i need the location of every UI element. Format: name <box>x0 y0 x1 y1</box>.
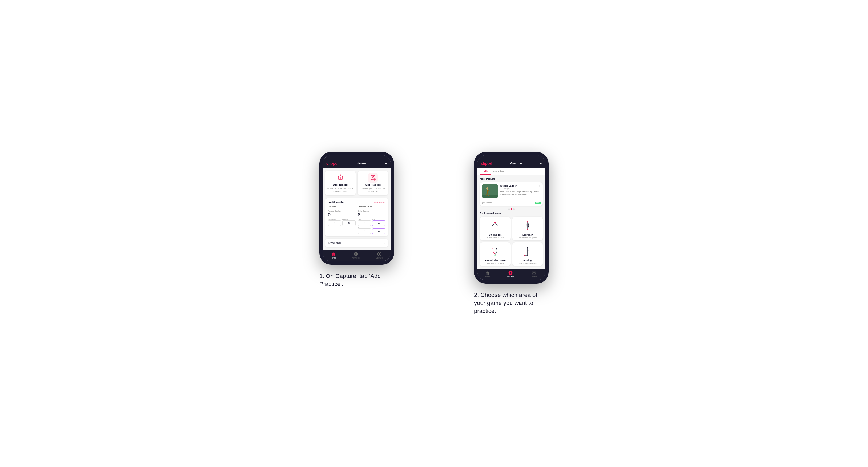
stats-section: Last 3 Months View Activity Rounds Round… <box>325 198 388 237</box>
nav-capture-1[interactable]: Capture <box>376 252 382 259</box>
tabs-bar: Drills Favourites <box>477 168 546 175</box>
svg-point-32 <box>492 248 493 249</box>
drills-sub-stats: OTT 0 APP 4 <box>358 219 385 226</box>
app-badge: APP <box>535 201 540 204</box>
practice-drills-title: Practice Drills <box>358 206 385 209</box>
phone-screen-2: clippd Practice ≡ Drills Favourites Most… <box>477 155 546 280</box>
drill-name: Wedge Ladder <box>500 184 517 187</box>
add-practice-icon <box>369 174 377 182</box>
putt-stat: PUTT 4 <box>372 227 385 234</box>
add-round-icon <box>336 174 345 182</box>
view-activity-link[interactable]: View Activity <box>374 201 385 204</box>
dots-indicator <box>480 209 543 210</box>
app-logo-1: clippd <box>326 161 338 165</box>
rounds-col-title: Rounds <box>328 206 355 209</box>
phone-frame-2: clippd Practice ≡ Drills Favourites Most… <box>474 152 549 284</box>
page-wrapper: clippd Home ≡ <box>287 152 581 315</box>
nav-home-label-1: Home <box>331 257 336 259</box>
approach-icon <box>521 219 534 232</box>
tab-favourites[interactable]: Favourites <box>491 168 506 175</box>
home-icon-2 <box>486 271 490 275</box>
featured-drill-card[interactable]: Wedge Ladder 50–100 yds ☆ Play 1 shot at… <box>480 182 543 206</box>
rounds-capture-value: 0 <box>328 212 355 218</box>
putt-value: 4 <box>372 228 385 234</box>
nav-home-label-2: Home <box>486 276 491 278</box>
svg-point-12 <box>379 253 380 255</box>
header-title-1: Home <box>357 161 366 165</box>
caption-1: 1. On Capture, tap 'Add Practice'. <box>319 272 394 288</box>
drill-star-icon[interactable]: ☆ <box>538 184 540 187</box>
app-header-1: clippd Home ≡ <box>322 159 391 168</box>
skill-around-the-green-desc: Hone your short game <box>486 262 504 264</box>
nav-home-1[interactable]: Home <box>331 252 336 259</box>
off-the-tee-icon <box>489 219 501 232</box>
cards-row: Add Round Record your shots in fast or e… <box>325 171 388 195</box>
add-round-card[interactable]: Add Round Record your shots in fast or e… <box>325 171 355 195</box>
header-title-2: Practice <box>510 161 522 165</box>
nav-activities-1[interactable]: Activities <box>352 252 360 259</box>
skill-card-putting[interactable]: Putting Make and lag practice <box>513 242 543 266</box>
golf-bag-row[interactable]: My Golf Bag › <box>325 239 388 247</box>
dot-1 <box>508 209 510 210</box>
app-logo-2: clippd <box>481 161 492 165</box>
app-stat: APP 4 <box>372 219 385 226</box>
phone-section-1: clippd Home ≡ <box>287 152 426 288</box>
arg-value: 0 <box>358 228 371 234</box>
skill-approach-desc: Dial-in to hit the green <box>519 237 537 239</box>
rounds-col: Rounds Rounds Capture 0 Tournament 0 <box>328 206 355 234</box>
svg-point-2 <box>340 175 341 176</box>
svg-point-37 <box>527 247 528 248</box>
arg-stat: ARG 0 <box>358 227 371 234</box>
hamburger-icon-1[interactable]: ≡ <box>385 161 387 165</box>
tournament-stat: Tournament 0 <box>328 219 341 226</box>
nav-capture-label-2: Capture <box>530 276 537 278</box>
skill-card-around-the-green[interactable]: Around The Green Hone your short game <box>480 242 510 266</box>
nav-capture-2[interactable]: Capture <box>530 271 537 278</box>
skill-off-the-tee-name: Off The Tee <box>489 234 502 236</box>
bottom-nav-2: Home Activities Capture <box>477 269 546 280</box>
nav-activities-label-1: Activities <box>352 257 360 259</box>
rounds-sub-stats: Tournament 0 Practice 0 <box>328 219 355 226</box>
phone-frame-1: clippd Home ≡ <box>319 152 394 265</box>
nav-activities-2[interactable]: Activities <box>507 271 514 278</box>
add-practice-card[interactable]: Add Practice Capture your practice off-t… <box>358 171 388 195</box>
most-popular-title: Most Popular <box>480 178 543 180</box>
nav-capture-label-1: Capture <box>376 257 382 259</box>
dot-2 <box>511 209 512 210</box>
skill-card-approach[interactable]: Approach Dial-in to hit the green <box>513 217 543 241</box>
tournament-value: 0 <box>328 220 341 226</box>
practice-drills-col: Practice Drills Drills Capture 8 OTT 0 <box>358 206 385 234</box>
stats-cols: Rounds Rounds Capture 0 Tournament 0 <box>328 206 385 234</box>
ott-stat: OTT 0 <box>358 219 371 226</box>
svg-point-6 <box>372 176 374 178</box>
stats-period: Last 3 Months <box>328 201 344 204</box>
svg-rect-14 <box>482 195 498 198</box>
drill-shots: 9 shots <box>482 201 492 204</box>
skill-card-off-the-tee[interactable]: Off The Tee Power and accuracy <box>480 217 510 241</box>
nav-activities-label-2: Activities <box>507 276 514 278</box>
drill-footer: 9 shots APP <box>480 200 543 206</box>
skill-approach-name: Approach <box>522 234 533 236</box>
add-round-title: Add Round <box>333 183 348 186</box>
skill-grid: Off The Tee Power and accuracy <box>480 217 543 266</box>
screen-content-1: Add Round Record your shots in fast or e… <box>322 168 391 250</box>
drills-capture-label: Drills Capture <box>358 210 385 212</box>
drill-thumbnail <box>482 184 498 198</box>
explore-title: Explore skill areas <box>480 212 543 215</box>
capture-icon-1 <box>377 252 382 256</box>
golf-bag-chevron: › <box>384 241 385 244</box>
practice-stat: Practice 0 <box>342 219 355 226</box>
stats-header: Last 3 Months View Activity <box>328 201 385 204</box>
nav-home-2[interactable]: Home <box>486 271 491 278</box>
around-the-green-icon <box>489 245 501 258</box>
add-practice-desc: Capture your practice off-the-course <box>360 187 386 193</box>
tab-drills[interactable]: Drills <box>480 168 491 175</box>
practice-value: 0 <box>342 220 355 226</box>
activities-icon-2 <box>508 271 513 275</box>
drills-capture-value: 8 <box>358 212 385 218</box>
hamburger-icon-2[interactable]: ≡ <box>539 161 542 165</box>
add-round-desc: Record your shots in fast or enhanced mo… <box>328 187 353 193</box>
practice-content: Most Popular <box>477 175 546 269</box>
skill-around-the-green-name: Around The Green <box>485 259 506 262</box>
svg-line-26 <box>495 223 498 226</box>
